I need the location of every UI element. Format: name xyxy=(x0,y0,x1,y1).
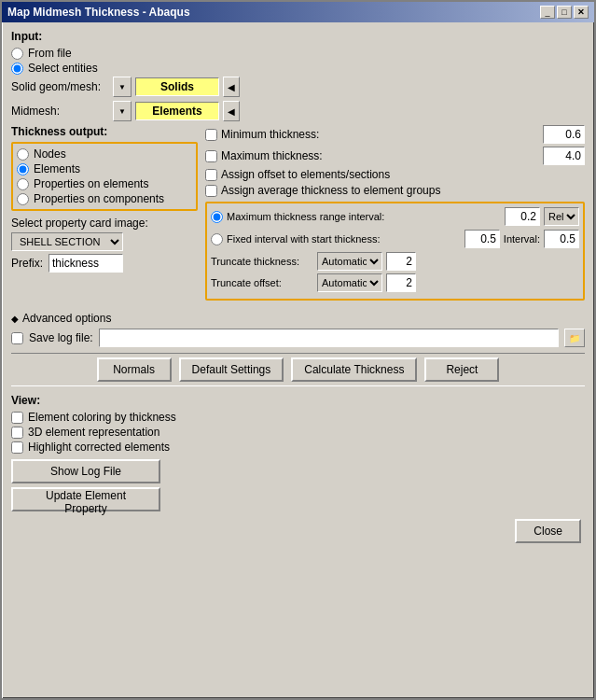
max-range-radio[interactable] xyxy=(211,211,223,223)
element-coloring-label: Element coloring by thickness xyxy=(28,411,176,424)
thickness-output-box: Nodes Elements Properties on elements Pr… xyxy=(11,142,198,211)
truncate-offset-value[interactable] xyxy=(386,273,416,292)
elements-radio[interactable] xyxy=(17,163,29,175)
save-log-label: Save log file: xyxy=(29,331,93,344)
properties-on-components-radio[interactable] xyxy=(17,193,29,205)
nodes-radio[interactable] xyxy=(17,148,29,161)
range-options-box: Maximum thickness range interval: Rel Ab… xyxy=(205,202,585,301)
advanced-arrow-icon: ◆ xyxy=(11,314,19,324)
min-thickness-checkbox[interactable] xyxy=(205,129,217,141)
assign-offset-label: Assign offset to elements/sections xyxy=(221,168,390,181)
property-select[interactable]: SHELL SECTION xyxy=(11,232,123,251)
assign-average-label: Assign average thickness to element grou… xyxy=(221,184,440,197)
max-range-label: Maximum thickness range interval: xyxy=(227,211,501,222)
default-settings-button[interactable]: Default Settings xyxy=(179,357,284,382)
title-bar: Map Midmesh Thickness - Abaqus _ □ ✕ xyxy=(2,2,594,22)
midmesh-value[interactable]: Elements xyxy=(135,102,219,120)
fixed-interval-input[interactable] xyxy=(464,230,500,248)
save-log-checkbox[interactable] xyxy=(11,332,23,344)
bottom-buttons-area: Show Log File Update Element Property xyxy=(11,459,585,511)
main-window: Map Midmesh Thickness - Abaqus _ □ ✕ Inp… xyxy=(0,0,596,700)
from-file-label: From file xyxy=(28,47,72,60)
close-x-button[interactable]: ✕ xyxy=(574,6,589,19)
from-file-radio[interactable] xyxy=(11,48,23,60)
show-log-button[interactable]: Show Log File xyxy=(11,459,160,483)
title-bar-buttons: _ □ ✕ xyxy=(540,6,589,19)
normals-button[interactable]: Normals xyxy=(97,357,172,382)
prefix-label: Prefix: xyxy=(11,257,43,270)
assign-average-checkbox[interactable] xyxy=(205,185,217,197)
interval-label: Interval: xyxy=(504,233,540,245)
view-label: View: xyxy=(11,394,585,407)
min-thickness-input[interactable] xyxy=(543,125,585,144)
truncate-thickness-label: Truncate thickness: xyxy=(211,256,313,267)
interval-value-input[interactable] xyxy=(544,230,579,248)
advanced-options-row[interactable]: ◆ Advanced options xyxy=(11,312,585,325)
max-range-input[interactable] xyxy=(505,207,540,226)
content-area: Input: From file Select entities Solid g… xyxy=(2,22,594,698)
close-button[interactable]: Close xyxy=(515,519,581,543)
log-browse-button[interactable]: 📁 xyxy=(564,329,585,347)
truncate-thickness-select[interactable]: Automatic Manual None xyxy=(317,252,382,271)
prefix-input[interactable] xyxy=(49,254,123,273)
max-thickness-label: Maximum thickness: xyxy=(221,149,539,162)
reject-button[interactable]: Reject xyxy=(424,357,499,382)
calculate-thickness-button[interactable]: Calculate Thickness xyxy=(291,357,417,382)
elements-label: Elements xyxy=(34,162,80,175)
save-log-row: Save log file: 📁 xyxy=(11,329,585,347)
midmesh-label: Midmesh: xyxy=(11,105,109,118)
window-title: Map Midmesh Thickness - Abaqus xyxy=(7,6,190,19)
select-property-label: Select property card image: xyxy=(11,217,198,230)
advanced-options-label: Advanced options xyxy=(22,312,111,325)
highlight-label: Highlight corrected elements xyxy=(28,441,170,454)
rel-select[interactable]: Rel Abs xyxy=(544,207,579,226)
truncate-thickness-value[interactable] xyxy=(386,252,416,271)
nodes-label: Nodes xyxy=(34,147,66,161)
truncate-offset-label: Truncate offset: xyxy=(211,277,313,288)
view-section: View: Element coloring by thickness 3D e… xyxy=(11,394,585,454)
close-row: Close xyxy=(11,519,585,543)
select-entities-radio[interactable] xyxy=(11,63,23,75)
solid-geom-arrow[interactable]: ▼ xyxy=(113,77,132,97)
max-thickness-input[interactable] xyxy=(543,147,585,165)
minimize-button[interactable]: _ xyxy=(540,6,555,19)
action-buttons-row: Normals Default Settings Calculate Thick… xyxy=(11,353,585,386)
thickness-output-label: Thickness output: xyxy=(11,125,198,138)
min-thickness-label: Minimum thickness: xyxy=(221,128,539,141)
properties-on-elements-label: Properties on elements xyxy=(34,177,148,190)
fixed-interval-label: Fixed interval with start thickness: xyxy=(227,233,461,245)
fixed-interval-radio[interactable] xyxy=(211,233,223,245)
element-coloring-checkbox[interactable] xyxy=(11,412,23,424)
solid-geom-nav[interactable]: ◀ xyxy=(223,77,240,97)
maximize-button[interactable]: □ xyxy=(557,6,572,19)
midmesh-nav[interactable]: ◀ xyxy=(223,101,240,121)
three-d-label: 3D element representation xyxy=(28,426,159,439)
solid-geom-label: Solid geom/mesh: xyxy=(11,80,109,93)
highlight-checkbox[interactable] xyxy=(11,441,23,454)
properties-on-components-label: Properties on components xyxy=(34,192,164,205)
assign-offset-checkbox[interactable] xyxy=(205,169,217,181)
three-d-checkbox[interactable] xyxy=(11,427,23,439)
input-section-label: Input: xyxy=(11,30,585,43)
folder-icon: 📁 xyxy=(569,333,580,343)
properties-on-elements-radio[interactable] xyxy=(17,178,29,190)
update-property-button[interactable]: Update Element Property xyxy=(11,487,160,511)
truncate-offset-select[interactable]: Automatic Manual None xyxy=(317,273,382,292)
max-thickness-checkbox[interactable] xyxy=(205,150,217,162)
midmesh-arrow[interactable]: ▼ xyxy=(113,101,132,121)
solid-geom-value[interactable]: Solids xyxy=(135,77,219,96)
select-entities-label: Select entities xyxy=(28,62,98,75)
save-log-input[interactable] xyxy=(99,329,559,347)
